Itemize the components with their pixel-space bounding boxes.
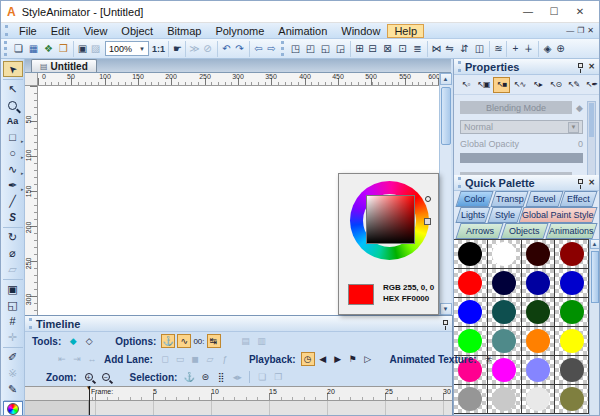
rectangle-tool[interactable]: □ — [3, 129, 23, 145]
close-panel-icon[interactable]: ✕ — [588, 178, 595, 187]
mdi-restore-button[interactable]: ❐ — [577, 26, 584, 35]
rotate-tool[interactable]: ↻ — [3, 229, 23, 245]
properties-scrollbar[interactable] — [587, 101, 596, 181]
animated-texture-icon[interactable]: ✳ — [482, 352, 496, 366]
freehand-tool[interactable]: S — [3, 209, 23, 225]
diamond-toggle-icon[interactable]: ◆ — [576, 103, 583, 113]
actual-size-button[interactable]: 1:1 — [151, 41, 166, 57]
ellipse-tool[interactable]: ○ — [3, 145, 23, 161]
paste-icon[interactable]: ▨ — [88, 41, 103, 57]
props-object-select-icon[interactable]: ↖▫ — [457, 77, 474, 93]
clear-style-icon[interactable]: ⊘ — [200, 41, 215, 57]
keyframe-outline-icon[interactable]: ◇ — [82, 334, 96, 348]
origin-icon[interactable]: ⊕ — [553, 41, 568, 57]
duplicate-icon[interactable]: ◈ — [538, 41, 553, 57]
keyframe-diamond-icon[interactable]: ◆ — [66, 334, 80, 348]
zoom-in-icon[interactable]: + — [82, 370, 96, 384]
scroll-up-icon[interactable]: ▲ — [440, 73, 452, 85]
transform-skew-icon[interactable]: ◰ — [303, 41, 318, 57]
forward-icon[interactable]: ⇨ — [264, 41, 279, 57]
add-bitmap-lane-icon[interactable]: ◻ — [158, 352, 172, 366]
line-tool[interactable]: ╱ — [3, 193, 23, 209]
zoom-combo[interactable]: 100% ▼ — [105, 41, 149, 56]
playhead[interactable]: ▼ — [89, 386, 90, 415]
tab-color[interactable]: Color — [455, 191, 493, 207]
palette-swatch[interactable] — [555, 327, 589, 356]
arc-tool[interactable]: ∿ — [3, 161, 23, 177]
anchor-move-tool[interactable]: ✛ — [3, 329, 23, 345]
palette-swatch[interactable] — [555, 269, 589, 298]
menu-file[interactable]: File — [12, 24, 44, 38]
menu-view[interactable]: View — [77, 24, 115, 38]
palette-swatch[interactable] — [522, 240, 556, 269]
menu-animation[interactable]: Animation — [271, 24, 334, 38]
import-icon[interactable]: ❖ — [41, 41, 56, 57]
zoom-tool[interactable] — [3, 97, 23, 113]
align-left-icon[interactable]: ⊞ — [350, 41, 365, 57]
tab-effect[interactable]: Effect — [560, 191, 598, 207]
tab-style[interactable]: Style — [487, 207, 522, 223]
color-wheel-tool[interactable] — [3, 401, 23, 416]
flip-v-icon[interactable]: ⇋ — [442, 41, 457, 57]
transform-rotate-icon[interactable]: ◳ — [288, 41, 303, 57]
swap-key-icon[interactable]: ↔ — [85, 352, 99, 366]
crop-tool[interactable]: ▣ — [3, 281, 23, 297]
palette-swatch[interactable] — [522, 385, 556, 414]
saturation-value-box[interactable] — [366, 195, 415, 244]
pan-hand-icon[interactable]: ☛ — [168, 41, 183, 57]
center-point-icon[interactable]: + — [506, 41, 521, 57]
props-curve-select-icon[interactable]: ↖∿ — [511, 77, 528, 93]
next-frame-icon[interactable]: ▶ — [331, 352, 345, 366]
play-flag-icon[interactable]: ⚑ — [346, 352, 360, 366]
prev-frame-icon[interactable]: ◀ — [316, 352, 330, 366]
palette-swatch[interactable] — [454, 385, 488, 414]
add-fx-lane-icon[interactable]: ƒ — [218, 352, 232, 366]
toolbar-grip[interactable] — [4, 41, 8, 56]
tab-arrows[interactable]: Arrows — [455, 223, 503, 239]
weld-icon[interactable]: ◫ — [472, 41, 487, 57]
hue-cursor[interactable] — [424, 218, 431, 225]
add-frame-lane-icon[interactable]: ▭ — [173, 352, 187, 366]
anchor-selection-icon[interactable]: ⚓ — [182, 370, 196, 384]
quick-palette-grip[interactable] — [458, 177, 462, 188]
mdi-minimize-button[interactable]: — — [566, 26, 574, 35]
menu-polynome[interactable]: Polynome — [208, 24, 271, 38]
palette-swatch[interactable] — [555, 298, 589, 327]
scroll-down-icon[interactable]: ▼ — [440, 303, 452, 315]
scroll-thumb[interactable] — [589, 103, 594, 137]
canvas-vertical-scrollbar[interactable]: ▲ ▼ — [439, 73, 451, 315]
anchor-option-icon[interactable]: ⚓ — [161, 334, 175, 348]
palette-swatch[interactable] — [522, 327, 556, 356]
tab-animations[interactable]: Animations — [546, 223, 598, 239]
spray-tool[interactable]: ※ — [3, 365, 23, 381]
palette-swatch[interactable] — [488, 385, 522, 414]
copy-icon[interactable]: ▣ — [73, 41, 88, 57]
export-icon[interactable]: ❒ — [56, 41, 71, 57]
save-icon[interactable]: ▦ — [26, 41, 41, 57]
direct-select-tool[interactable]: ↖ — [3, 81, 23, 97]
curve-option-icon[interactable]: ∿ — [177, 334, 191, 348]
minimize-button[interactable]: — — [515, 3, 541, 21]
palette-swatch[interactable] — [522, 356, 556, 385]
toolbar-grip-2[interactable] — [281, 41, 285, 56]
order-up-icon[interactable]: ◱ — [318, 41, 333, 57]
global-opacity-slider[interactable] — [460, 153, 583, 163]
text-tool[interactable]: Aa — [3, 113, 23, 129]
palette-swatch[interactable] — [454, 298, 488, 327]
props-fill-select-icon[interactable]: ↖■ — [493, 77, 510, 93]
timeline-grip[interactable] — [29, 318, 33, 329]
menu-bitmap[interactable]: Bitmap — [160, 24, 208, 38]
palette-swatch[interactable] — [454, 240, 488, 269]
properties-grip[interactable] — [458, 61, 462, 72]
tab-bevel[interactable]: Bevel — [525, 191, 563, 207]
pin-icon[interactable] — [578, 179, 583, 184]
keyframe-shift-icon[interactable]: ↹ — [207, 334, 221, 348]
scroll-thumb[interactable] — [441, 87, 451, 145]
scroll-up-icon[interactable]: ▲ — [590, 239, 600, 249]
menu-window[interactable]: Window — [334, 24, 387, 38]
redo-icon[interactable]: ↷ — [232, 41, 247, 57]
props-pen-select-icon[interactable]: ↖✎ — [565, 77, 582, 93]
mdi-close-button[interactable]: ✕ — [587, 26, 594, 35]
undo-icon[interactable]: ↶ — [217, 41, 232, 57]
select-tool[interactable]: ➤ — [3, 61, 23, 77]
